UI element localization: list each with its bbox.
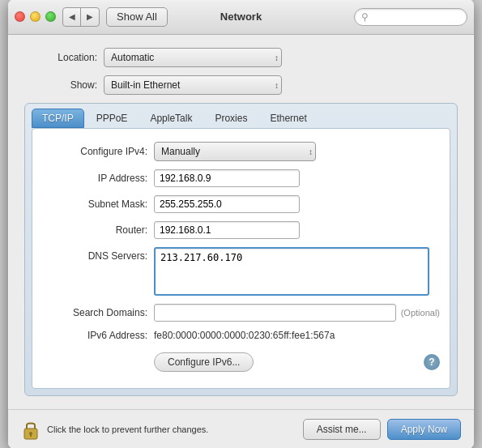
tab-content-tcp-ip: Configure IPv4: Manually ↕ IP Address: <box>32 128 450 389</box>
svg-rect-2 <box>30 433 32 437</box>
ipv6-address-row: IPv6 Address: fe80:0000:0000:0000:0230:6… <box>42 330 440 341</box>
subnet-mask-label: Subnet Mask: <box>42 198 147 210</box>
configure-select-wrapper: Manually ↕ <box>154 142 316 161</box>
optional-label: (Optional) <box>401 308 440 318</box>
subnet-mask-row: Subnet Mask: <box>42 195 440 213</box>
lock-area: Click the lock to prevent further change… <box>21 418 303 441</box>
search-box[interactable]: ⚲ <box>354 8 467 26</box>
configure-ipv4-row: Configure IPv4: Manually ↕ <box>42 142 440 161</box>
show-select-wrapper: Built-in Ethernet ↕ <box>104 75 282 95</box>
window-title: Network <box>220 11 262 23</box>
close-button[interactable] <box>15 11 25 22</box>
show-select[interactable]: Built-in Ethernet <box>104 75 282 95</box>
assist-me-button[interactable]: Assist me... <box>303 419 381 440</box>
location-select[interactable]: Automatic <box>104 48 282 67</box>
lock-svg <box>22 418 40 441</box>
show-all-button[interactable]: Show All <box>106 7 168 27</box>
search-domains-label: Search Domains: <box>42 307 147 318</box>
router-label: Router: <box>42 224 147 236</box>
network-window: ◀ ▶ Show All Network ⚲ Location: Automat… <box>8 0 474 448</box>
tab-tcp-ip[interactable]: TCP/IP <box>32 109 84 128</box>
location-select-wrapper: Automatic ↕ <box>104 48 282 67</box>
titlebar-left: ◀ ▶ Show All <box>15 7 168 27</box>
minimize-button[interactable] <box>30 11 41 22</box>
traffic-lights <box>15 11 56 22</box>
dns-servers-row: DNS Servers: <box>42 247 440 296</box>
forward-button[interactable]: ▶ <box>81 8 99 26</box>
ipv6-address-label: IPv6 Address: <box>42 330 147 341</box>
tabs-panel: TCP/IP PPPoE AppleTalk Proxies Ethernet … <box>24 103 458 396</box>
dns-servers-label: DNS Servers: <box>42 250 147 262</box>
search-icon: ⚲ <box>361 11 369 23</box>
ip-address-label: IP Address: <box>42 173 147 184</box>
back-button[interactable]: ◀ <box>63 8 81 26</box>
show-row: Show: Built-in Ethernet ↕ <box>24 75 458 95</box>
ip-address-input[interactable] <box>154 169 300 187</box>
search-input[interactable] <box>372 11 460 23</box>
tab-pppoe[interactable]: PPPoE <box>86 109 139 128</box>
lock-text: Click the lock to prevent further change… <box>47 425 208 434</box>
tab-ethernet[interactable]: Ethernet <box>259 109 317 128</box>
ipv6-address-value: fe80:0000:0000:0000:0230:65ff:fee1:567a <box>154 330 335 341</box>
location-label: Location: <box>24 52 97 63</box>
content-area: Location: Automatic ↕ Show: Built-in Eth… <box>8 35 474 409</box>
subnet-mask-input[interactable] <box>154 195 300 213</box>
configure-ipv6-button[interactable]: Configure IPv6... <box>154 352 254 372</box>
help-icon[interactable]: ? <box>424 354 440 370</box>
bottom-buttons: Assist me... Apply Now <box>303 419 461 440</box>
bottom-bar: Click the lock to prevent further change… <box>8 409 474 448</box>
show-label: Show: <box>24 79 97 91</box>
apply-now-button[interactable]: Apply Now <box>387 419 461 440</box>
tab-appletalk[interactable]: AppleTalk <box>139 109 203 128</box>
tabs-bar: TCP/IP PPPoE AppleTalk Proxies Ethernet <box>25 104 457 128</box>
titlebar: ◀ ▶ Show All Network ⚲ <box>8 0 474 35</box>
router-input[interactable] <box>154 221 300 239</box>
configure-ipv4-label: Configure IPv4: <box>42 146 147 157</box>
dns-servers-input[interactable] <box>154 247 429 296</box>
search-domains-row: Search Domains: (Optional) <box>42 304 440 322</box>
configure-ipv4-select[interactable]: Manually <box>154 142 316 161</box>
ipv6-action-row: Configure IPv6... ? <box>42 349 440 375</box>
nav-buttons: ◀ ▶ <box>62 7 100 27</box>
search-domains-input[interactable] <box>154 304 396 322</box>
lock-icon[interactable] <box>21 418 41 441</box>
location-row: Location: Automatic ↕ <box>24 48 458 67</box>
tab-proxies[interactable]: Proxies <box>204 109 258 128</box>
router-row: Router: <box>42 221 440 239</box>
maximize-button[interactable] <box>45 11 56 22</box>
ip-address-row: IP Address: <box>42 169 440 187</box>
